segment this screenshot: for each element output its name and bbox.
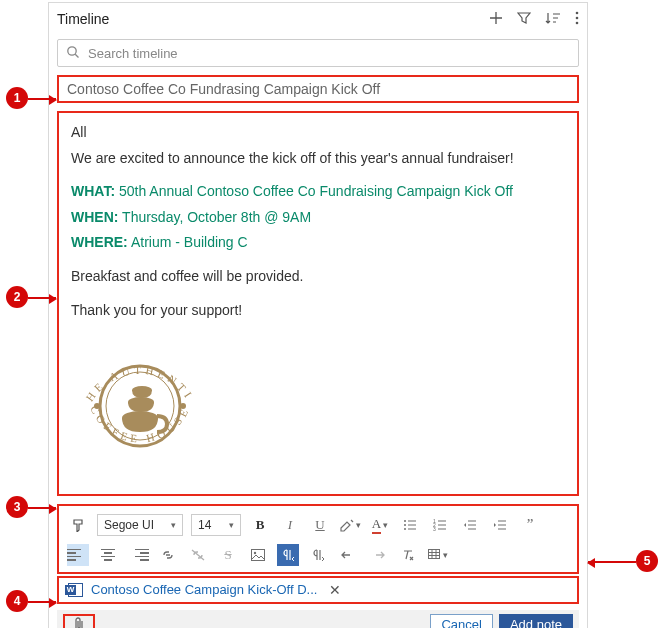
note-what-line: WHAT: 50th Annual Contoso Coffee Co Fund… [71, 182, 565, 202]
note-footer: Cancel Add note [57, 610, 579, 628]
note-title: Contoso Coffee Co Fundrasing Campaign Ki… [67, 81, 380, 97]
text-direction-ltr-button[interactable] [307, 544, 329, 566]
callout-1: 1 [6, 87, 28, 109]
bullet-list-button[interactable] [399, 514, 421, 536]
unlink-button[interactable] [187, 544, 209, 566]
blockquote-button[interactable]: ” [519, 514, 541, 536]
format-painter-icon[interactable] [67, 514, 89, 536]
underline-button[interactable]: U [309, 514, 331, 536]
panel-title: Timeline [57, 11, 489, 27]
indent-button[interactable] [489, 514, 511, 536]
chevron-down-icon: ▾ [229, 520, 234, 530]
callout-5-arrow [588, 561, 636, 563]
insert-table-button[interactable]: ▾ [427, 544, 449, 566]
note-where-line: WHERE: Atrium - Building C [71, 233, 565, 253]
filter-icon[interactable] [517, 11, 531, 28]
attachment-row: W Contoso Coffee Campaign Kick-Off D... … [57, 576, 579, 604]
chevron-down-icon: ▾ [171, 520, 176, 530]
svg-rect-21 [429, 549, 440, 558]
svg-point-13 [404, 520, 406, 522]
note-closing1: Breakfast and coffee will be provided. [71, 267, 565, 287]
svg-point-2 [576, 21, 579, 24]
callout-3-arrow [28, 507, 56, 509]
rich-text-toolbar: Segoe UI ▾ 14 ▾ B I U ▾ A▾ [57, 504, 579, 574]
add-icon[interactable] [489, 11, 503, 28]
svg-point-20 [254, 552, 256, 554]
font-family-value: Segoe UI [104, 518, 154, 532]
link-button[interactable] [157, 544, 179, 566]
panel-header: Timeline [49, 3, 587, 35]
svg-point-0 [576, 11, 579, 14]
undo-button[interactable] [337, 544, 359, 566]
text-direction-rtl-button[interactable] [277, 544, 299, 566]
sort-icon[interactable] [545, 11, 561, 28]
font-size-value: 14 [198, 518, 211, 532]
clear-formatting-button[interactable] [397, 544, 419, 566]
remove-attachment-button[interactable]: ✕ [329, 582, 341, 598]
attach-file-button[interactable] [63, 614, 95, 628]
callout-2-arrow [28, 297, 56, 299]
align-right-button[interactable] [127, 544, 149, 566]
svg-point-1 [576, 16, 579, 19]
font-family-dropdown[interactable]: Segoe UI ▾ [97, 514, 183, 536]
search-box[interactable] [57, 39, 579, 67]
strikethrough-button[interactable]: S [217, 544, 239, 566]
redo-button[interactable] [367, 544, 389, 566]
svg-point-3 [68, 46, 76, 54]
callout-5: 5 [636, 550, 658, 572]
align-left-button[interactable] [67, 544, 89, 566]
add-note-button[interactable]: Add note [499, 614, 573, 628]
italic-button[interactable]: I [279, 514, 301, 536]
font-size-dropdown[interactable]: 14 ▾ [191, 514, 241, 536]
svg-text:3: 3 [433, 526, 436, 532]
note-when-line: WHEN: Thursday, October 8th @ 9AM [71, 208, 565, 228]
insert-image-button[interactable] [247, 544, 269, 566]
cancel-button[interactable]: Cancel [430, 614, 492, 628]
numbered-list-button[interactable]: 123 [429, 514, 451, 536]
search-input[interactable] [86, 45, 570, 62]
timeline-panel: Timeline [48, 2, 588, 628]
highlight-button[interactable]: ▾ [339, 514, 361, 536]
svg-rect-19 [252, 549, 265, 560]
svg-point-15 [404, 528, 406, 530]
search-icon [66, 45, 80, 62]
font-color-button[interactable]: A▾ [369, 514, 391, 536]
logo: THE AUTHENTIC COFFEE HOUSE [65, 326, 565, 482]
note-title-box[interactable]: Contoso Coffee Co Fundrasing Campaign Ki… [57, 75, 579, 103]
callout-2: 2 [6, 286, 28, 308]
more-icon[interactable] [575, 11, 579, 28]
align-center-button[interactable] [97, 544, 119, 566]
callout-1-arrow [28, 98, 56, 100]
note-body-box[interactable]: All We are excited to announce the kick … [57, 111, 579, 496]
note-intro: We are excited to announce the kick off … [71, 149, 565, 169]
callout-4: 4 [6, 590, 28, 612]
outdent-button[interactable] [459, 514, 481, 536]
svg-point-14 [404, 524, 406, 526]
note-greeting: All [71, 123, 565, 143]
callout-3: 3 [6, 496, 28, 518]
bold-button[interactable]: B [249, 514, 271, 536]
callout-4-arrow [28, 601, 56, 603]
word-doc-icon: W [65, 583, 83, 597]
note-closing2: Thank you for your support! [71, 301, 565, 321]
attachment-name[interactable]: Contoso Coffee Campaign Kick-Off D... [91, 582, 317, 597]
